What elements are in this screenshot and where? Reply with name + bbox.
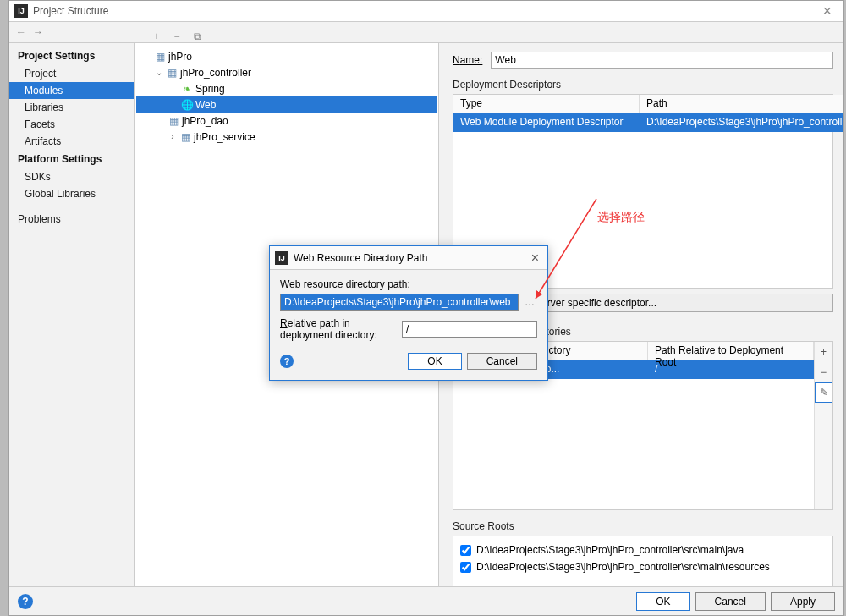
sidebar-item-project[interactable]: Project — [9, 65, 134, 82]
col-rel[interactable]: Path Relative to Deployment Root — [648, 342, 814, 360]
back-icon[interactable]: ← — [13, 24, 30, 41]
relative-path-label: Relative path in deployment directory: — [280, 317, 397, 341]
web-icon: 🌐 — [180, 99, 194, 111]
app-icon: IJ — [14, 4, 28, 18]
dialog-title-bar: IJ Web Resource Directory Path × — [270, 246, 547, 270]
sidebar-item-global-libraries[interactable]: Global Libraries — [9, 185, 134, 202]
sidebar-item-sdks[interactable]: SDKs — [9, 168, 134, 185]
remove-icon[interactable]: − — [168, 28, 185, 45]
spring-icon: ❧ — [180, 83, 194, 95]
list-item[interactable]: D:\IdeaProjects\Stage3\jhPro\jhPro_contr… — [460, 542, 826, 558]
edit-icon[interactable]: ✎ — [815, 382, 832, 403]
module-icon: ▦ — [153, 51, 167, 63]
button-bar: ? OK Cancel Apply — [9, 586, 843, 615]
add-icon[interactable]: + — [815, 342, 832, 362]
resource-path-input[interactable] — [280, 294, 519, 311]
sidebar-heading-project: Project Settings — [9, 47, 134, 65]
source-root-checkbox[interactable] — [460, 562, 471, 573]
nav-bar: ← → — [9, 22, 843, 43]
sidebar-item-modules[interactable]: Modules — [9, 82, 134, 99]
sidebar-item-libraries[interactable]: Libraries — [9, 99, 134, 116]
path-label: Web resource directory path: — [280, 278, 537, 290]
forward-icon[interactable]: → — [30, 24, 47, 41]
close-icon[interactable]: × — [816, 3, 838, 20]
table-row[interactable]: Web Module Deployment Descriptor D:\Idea… — [453, 113, 843, 132]
dialog-cancel-button[interactable]: Cancel — [467, 353, 537, 370]
sidebar-item-facets[interactable]: Facets — [9, 116, 134, 133]
name-label: Name: — [453, 54, 482, 66]
app-icon: IJ — [275, 251, 288, 265]
list-item[interactable]: D:\IdeaProjects\Stage3\jhPro\jhPro_contr… — [460, 558, 826, 575]
help-icon[interactable]: ? — [280, 355, 294, 368]
sidebar: Project Settings Project Modules Librari… — [9, 43, 135, 586]
remove-icon[interactable]: − — [815, 362, 832, 382]
sidebar-heading-platform: Platform Settings — [9, 150, 134, 168]
window-title: Project Structure — [33, 5, 108, 17]
title-bar: IJ Project Structure × — [9, 1, 843, 22]
module-icon: ▦ — [179, 131, 192, 143]
close-icon[interactable]: × — [528, 250, 542, 266]
relative-path-input[interactable] — [402, 321, 537, 338]
copy-icon[interactable]: ⧉ — [189, 28, 206, 45]
chevron-down-icon[interactable]: ⌄ — [153, 68, 165, 77]
help-icon[interactable]: ? — [18, 594, 33, 609]
web-resource-directory-path-dialog: IJ Web Resource Directory Path × Web res… — [269, 245, 548, 381]
source-roots-title: Source Roots — [453, 520, 833, 532]
apply-button[interactable]: Apply — [771, 592, 835, 611]
tree-node-spring[interactable]: ❧ Spring — [136, 80, 437, 96]
tree-node-controller[interactable]: ⌄ ▦ jhPro_controller — [136, 64, 437, 80]
name-input[interactable] — [491, 52, 833, 69]
dialog-title: Web Resource Directory Path — [294, 252, 428, 264]
tree-node-service[interactable]: › ▦ jhPro_service — [136, 129, 437, 145]
browse-icon[interactable]: … — [522, 294, 537, 310]
add-icon[interactable]: + — [148, 28, 165, 45]
col-type[interactable]: Type — [453, 95, 640, 113]
col-path[interactable]: Path — [640, 95, 843, 113]
deployment-descriptors-title: Deployment Descriptors — [453, 79, 833, 91]
tree-node-web[interactable]: 🌐 Web — [136, 96, 437, 113]
tree-node-dao[interactable]: ▦ jhPro_dao — [136, 113, 437, 129]
source-root-checkbox[interactable] — [460, 545, 471, 556]
ok-button[interactable]: OK — [636, 592, 689, 611]
tree-node-jhpro[interactable]: ▦ jhPro — [136, 48, 437, 64]
chevron-right-icon[interactable]: › — [167, 132, 179, 141]
sidebar-item-problems[interactable]: Problems — [9, 211, 134, 228]
cancel-button[interactable]: Cancel — [695, 592, 766, 611]
dialog-ok-button[interactable]: OK — [408, 353, 461, 370]
sidebar-item-artifacts[interactable]: Artifacts — [9, 133, 134, 150]
source-roots-box: D:\IdeaProjects\Stage3\jhPro\jhPro_contr… — [453, 536, 833, 586]
module-icon: ▦ — [165, 67, 179, 79]
module-icon: ▦ — [167, 115, 180, 127]
